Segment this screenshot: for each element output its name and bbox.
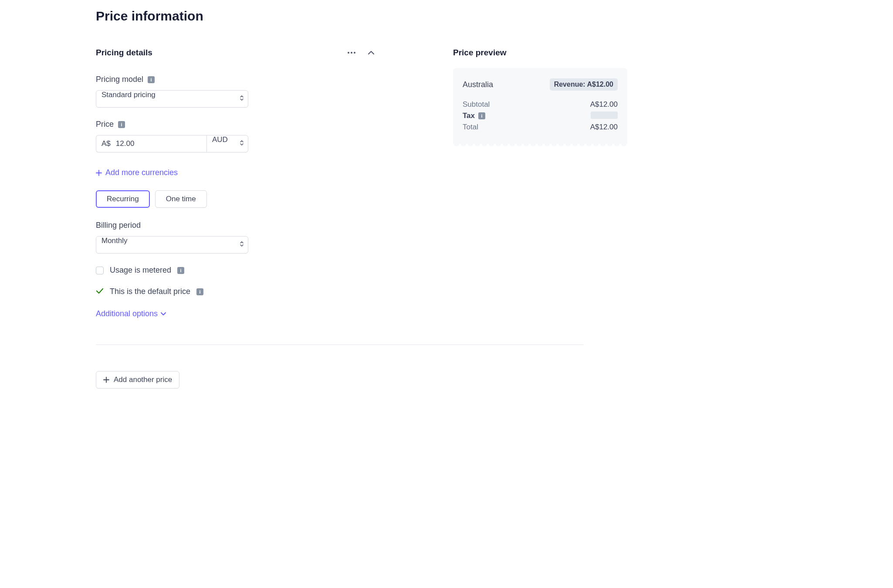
info-icon[interactable]: i [196, 288, 203, 295]
more-icon[interactable] [348, 52, 355, 54]
tax-label: Tax [463, 112, 475, 120]
billing-period-select[interactable]: Monthly [96, 236, 248, 253]
subtotal-value: A$12.00 [590, 100, 618, 109]
revenue-badge: Revenue: A$12.00 [550, 78, 618, 91]
pricing-model-label: Pricing model [96, 75, 143, 84]
metered-checkbox[interactable] [96, 267, 104, 274]
pricing-details-panel: Pricing details Pricing model i Standard… [96, 48, 375, 318]
price-preview-heading: Price preview [453, 48, 627, 57]
total-value: A$12.00 [590, 123, 618, 132]
additional-options-link[interactable]: Additional options [96, 309, 375, 318]
tax-value-placeholder [591, 112, 618, 119]
info-icon[interactable]: i [148, 76, 155, 83]
subtotal-label: Subtotal [463, 100, 490, 109]
svg-point-0 [348, 52, 349, 54]
pricing-details-heading: Pricing details [96, 48, 152, 57]
billing-period-label: Billing period [96, 221, 141, 230]
svg-point-1 [351, 52, 352, 54]
section-divider [96, 345, 584, 345]
add-currencies-link[interactable]: Add more currencies [96, 168, 375, 177]
onetime-toggle[interactable]: One time [155, 190, 207, 208]
preview-country: Australia [463, 80, 493, 89]
price-input[interactable] [116, 139, 201, 148]
svg-point-2 [354, 52, 355, 54]
chevron-down-icon [160, 312, 166, 316]
recurring-toggle[interactable]: Recurring [96, 190, 150, 208]
currency-prefix: A$ [101, 139, 111, 148]
info-icon[interactable]: i [118, 121, 125, 128]
metered-label: Usage is metered [110, 266, 171, 275]
info-icon[interactable]: i [478, 112, 485, 119]
pricing-model-select[interactable]: Standard pricing [96, 90, 248, 108]
default-price-label: This is the default price [110, 287, 190, 296]
add-another-price-button[interactable]: Add another price [96, 371, 179, 389]
total-label: Total [463, 123, 478, 132]
plus-icon [103, 377, 109, 383]
price-label: Price [96, 120, 114, 129]
currency-select[interactable]: AUD [206, 135, 248, 152]
price-preview-card: Australia Revenue: A$12.00 Subtotal A$12… [453, 68, 627, 146]
price-preview-panel: Price preview Australia Revenue: A$12.00… [453, 48, 627, 146]
collapse-icon[interactable] [368, 51, 375, 55]
info-icon[interactable]: i [177, 267, 184, 274]
check-icon [96, 287, 104, 296]
page-title: Price information [96, 9, 893, 24]
